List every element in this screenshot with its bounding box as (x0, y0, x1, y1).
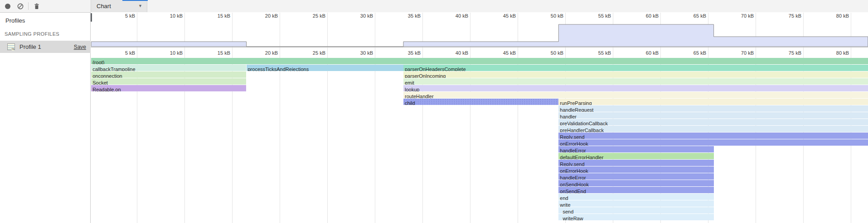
main-ruler-tick-label: 25 kB (298, 50, 325, 56)
frame-bar-label: runPreParsing (558, 100, 592, 105)
frame-bar[interactable]: preHandlerCallback (558, 126, 868, 132)
frame-bar[interactable]: child (403, 99, 558, 105)
trash-icon (33, 3, 40, 10)
sampling-profiles-heading: SAMPLING PROFILES (0, 24, 90, 37)
frame-bar[interactable]: onErrorHook (558, 166, 713, 173)
main-ruler-tick-label: 15 kB (203, 50, 230, 56)
main-ruler-tick-label: 65 kB (679, 50, 706, 56)
main-ruler-tick-label: 50 kB (536, 50, 563, 56)
overview-divider (91, 47, 868, 47)
frame-bar[interactable]: parserOnIncoming (403, 71, 868, 78)
frame-bar-label: emit (403, 80, 414, 85)
toolbar-separator (28, 2, 29, 10)
frame-bar-label: handleRequest (558, 107, 593, 112)
frame-bar-label: _writeRaw (558, 215, 583, 220)
main-ruler-tick-label: 55 kB (584, 50, 611, 56)
frame-bar[interactable]: callbackTrampoline (91, 65, 246, 71)
frame-bar[interactable]: preValidationCallback (558, 119, 868, 125)
frame-bar[interactable]: runPreParsing (558, 99, 868, 105)
frame-bar[interactable]: onSendEnd (558, 187, 713, 193)
frame-bar[interactable]: lookup (403, 85, 868, 91)
frame-bar-label: lookup (403, 86, 419, 91)
frame-bar-label: handleError (558, 147, 586, 152)
overview-drag-handle[interactable] (91, 13, 92, 22)
frame-bar[interactable]: emit (403, 78, 868, 85)
frame-bar[interactable]: Reply.send (558, 133, 868, 139)
frame-bar[interactable]: write_ (558, 200, 713, 207)
tab-accent-indicator (122, 0, 148, 1)
frame-bar-label: (root) (91, 59, 104, 64)
frame-bar[interactable]: _writeRaw (558, 214, 713, 220)
frame-bar-label: parserOnIncoming (403, 73, 446, 78)
profile-list-item[interactable]: Profile 1 Save (0, 41, 91, 53)
frame-bar[interactable]: Socket (91, 78, 246, 85)
frame-bar[interactable]: parserOnHeadersComplete (403, 65, 868, 71)
overview-area-shape (91, 24, 868, 47)
frame-bar[interactable]: onSendHook (558, 180, 713, 186)
main-ruler-tick-label: 5 kB (108, 50, 135, 56)
main-ruler-tick-label: 70 kB (727, 50, 754, 56)
profile-name: Profile 1 (19, 43, 41, 50)
main-ruler-tick-label: 75 kB (774, 50, 801, 56)
record-button[interactable] (3, 1, 13, 11)
frame-bar-label: onErrorHook (558, 141, 588, 146)
frame-bar-label: handleError (558, 175, 586, 180)
profiler-toolbar: Chart ▼ (0, 0, 868, 13)
delete-profile-button[interactable] (32, 1, 42, 11)
main-ruler-tick-label: 20 kB (251, 50, 278, 56)
frame-bar[interactable]: end (558, 194, 713, 200)
frame-bar[interactable]: onErrorHook (558, 139, 868, 146)
frame-bar-label: preValidationCallback (558, 120, 608, 125)
profile-document-icon (7, 43, 15, 50)
frame-bar[interactable]: processTicksAndRejections (247, 65, 404, 71)
frame-bar-label: onSendHook (558, 181, 589, 186)
main-ruler-tick-label: 40 kB (441, 50, 468, 56)
frame-bar-label: Readable.on (91, 86, 121, 91)
view-mode-dropdown[interactable]: Chart ▼ (91, 0, 147, 12)
frame-bar-label: callbackTrampoline (91, 66, 135, 71)
main-ruler-tick-label: 80 kB (822, 50, 849, 56)
frame-bar-label: defaultErrorHandler (558, 154, 603, 159)
frame-bar-label: processTicksAndRejections (247, 66, 309, 71)
frame-bar[interactable]: routeHandler (403, 92, 868, 98)
frame-bar[interactable]: Readable.on (91, 85, 246, 91)
frame-bar[interactable]: defaultErrorHandler (558, 153, 713, 159)
frame-bar[interactable]: onconnection (91, 71, 246, 78)
frame-bar[interactable]: Reply.send (558, 160, 713, 166)
sidebar-title: Profiles (0, 13, 90, 24)
profiles-sidebar: Profiles SAMPLING PROFILES Profile 1 Sav… (0, 13, 91, 223)
main-ruler-tick-label: 30 kB (346, 50, 373, 56)
frame-bar[interactable]: handleError (558, 146, 713, 152)
frame-bar-label: onconnection (91, 73, 122, 78)
main-ruler-tick-label: 35 kB (393, 50, 421, 56)
frame-bar[interactable]: handleError (558, 173, 713, 180)
frame-bar-label: routeHandler (403, 93, 434, 98)
frame-bar-label: child (403, 100, 415, 105)
frame-bar-label: Socket (91, 80, 108, 85)
clear-icon (17, 3, 24, 10)
flame-chart-pane: 5 kB5 kB10 kB10 kB15 kB15 kB20 kB20 kB25… (91, 12, 868, 223)
main-ruler-tick-label: 60 kB (631, 50, 659, 56)
frame-bar-label: Reply.send (558, 161, 584, 166)
save-profile-link[interactable]: Save (74, 44, 86, 50)
memory-overview-area-chart[interactable] (91, 13, 868, 47)
main-ruler-tick-label: 10 kB (155, 50, 183, 56)
record-icon (4, 3, 11, 10)
frame-bar-label: onErrorHook (558, 168, 588, 173)
frame-bar-label: handler (558, 114, 577, 119)
frame-bar-label: Reply.send (558, 134, 584, 139)
chevron-down-icon: ▼ (138, 4, 142, 8)
frame-bar-label: parserOnHeadersComplete (403, 66, 466, 71)
frame-bar-label: preHandlerCallback (558, 127, 604, 132)
memory-profiler-panel: Chart ▼ Profiles SAMPLING PROFILES Profi… (0, 0, 868, 223)
frame-bar[interactable]: _send (558, 207, 713, 214)
frame-bar-label: _send (558, 209, 573, 214)
frame-bar-label: end (558, 195, 568, 200)
frame-bar-label: write_ (558, 202, 573, 207)
frame-bar[interactable]: handler (558, 112, 868, 119)
frame-bar[interactable]: handleRequest (558, 105, 868, 112)
view-mode-value: Chart (91, 3, 111, 9)
frame-bar[interactable]: (root) (91, 58, 868, 64)
clear-button[interactable] (15, 1, 25, 11)
main-ruler-tick-label: 45 kB (489, 50, 516, 56)
